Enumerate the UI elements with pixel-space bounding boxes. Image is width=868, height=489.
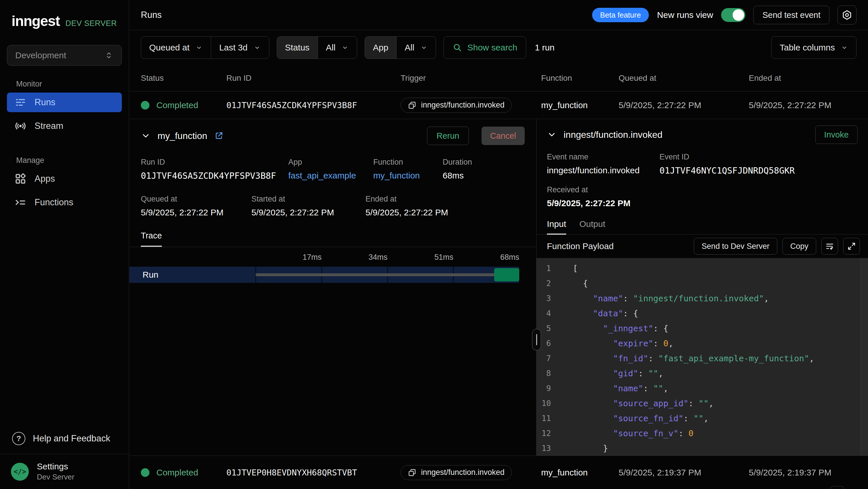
partial-button[interactable] [830, 486, 844, 489]
sidebar: inngest DEV SERVER Development Monitor R… [0, 0, 129, 489]
payload-code[interactable]: 1[2 {3 "name": "inngest/function.invoked… [536, 258, 868, 456]
event-detail-title: inngest/function.invoked [564, 130, 662, 140]
code-line: 6 "expire": 0, [536, 336, 868, 351]
run-id-label: Run ID [141, 158, 288, 167]
dev-server-settings-button[interactable] [837, 5, 857, 25]
app-filter-dropdown[interactable]: All [396, 37, 435, 59]
trace-queue-line [256, 273, 494, 276]
event-name-label: Event name [547, 152, 659, 162]
time-field-dropdown[interactable]: Queued at [141, 37, 211, 59]
function-link[interactable]: my_function [373, 171, 443, 180]
code-scrollbar-track[interactable] [861, 258, 868, 456]
ended-at-label: Ended at [366, 195, 525, 204]
settings-row[interactable]: </> Settings Dev Server [0, 454, 129, 489]
table-columns-dropdown[interactable]: Table columns [772, 37, 856, 59]
show-search-button[interactable]: Show search [443, 36, 526, 59]
function-cell: my_function [541, 100, 619, 110]
app-link[interactable]: fast_api_example [288, 171, 373, 180]
function-cell: my_function [541, 468, 619, 478]
cancel-button[interactable]: Cancel [482, 126, 525, 145]
code-line: 3 "name": "inngest/function.invoked", [536, 291, 868, 306]
code-line: 11 "source_fn_id": "", [536, 411, 868, 426]
trace-tick-label: 17ms [303, 253, 322, 262]
trace-tick-label: 51ms [434, 253, 453, 262]
ended-at-value: 5/9/2025, 2:27:22 PM [366, 208, 525, 218]
trace-run-row[interactable]: Run [129, 267, 519, 283]
code-line: 12 "source_fn_v": 0 [536, 426, 868, 441]
sidebar-item-apps[interactable]: Apps [7, 169, 122, 189]
status-dot [141, 101, 150, 110]
runs-icon [14, 96, 27, 108]
event-id-label: Event ID [659, 152, 858, 162]
sidebar-item-label: Apps [35, 174, 55, 184]
sidebar-section-manage: Manage [0, 156, 129, 165]
rerun-button[interactable]: Rerun [427, 126, 469, 145]
send-test-event-button[interactable]: Send test event [753, 6, 829, 24]
chevron-down-icon [420, 44, 428, 51]
collapse-chevron-icon[interactable] [141, 131, 151, 141]
main-content: Runs Beta feature New runs view Send tes… [129, 0, 868, 489]
received-at-label: Received at [547, 185, 858, 194]
show-search-label: Show search [467, 43, 517, 53]
code-line: 5 "_inngest": { [536, 321, 868, 336]
event-detail-panel: inngest/function.invoked Invoke Event na… [536, 119, 868, 456]
code-line: 4 "data": { [536, 306, 868, 321]
event-copies-icon [408, 101, 416, 110]
status-filter-dropdown[interactable]: All [318, 37, 357, 59]
copy-button[interactable]: Copy [782, 238, 816, 255]
toggle-knob [733, 9, 744, 21]
queued-at-label: Queued at [141, 195, 251, 204]
code-line: 9 "name": "", [536, 381, 868, 396]
ended-at-cell: 5/9/2025, 2:27:22 PM [749, 100, 868, 110]
table-row[interactable]: Completed 01JTVEP0H8EVDNYXH68QRSTVBT inn… [129, 456, 868, 489]
trace-timeline: 17ms34ms51ms68ms Run [129, 249, 536, 295]
collapse-chevron-icon[interactable] [547, 130, 557, 140]
filter-bar: Queued at Last 3d Status All App All [129, 30, 868, 65]
help-and-feedback[interactable]: ? Help and Feedback [0, 426, 129, 452]
expand-icon [847, 241, 856, 251]
trace-tick-label: 34ms [368, 253, 388, 262]
sidebar-item-functions[interactable]: Functions [7, 193, 122, 212]
chevron-down-icon [253, 44, 261, 51]
trace-tick-label: 68ms [500, 253, 519, 262]
external-link-icon[interactable] [214, 131, 223, 140]
send-to-dev-server-button[interactable]: Send to Dev Server [694, 238, 777, 255]
workspace-select[interactable]: Development [7, 45, 122, 66]
new-runs-view-toggle[interactable] [721, 8, 745, 22]
column-header-trigger: Trigger [401, 74, 541, 83]
tab-input[interactable]: Input [547, 219, 566, 235]
queued-at-value: 5/9/2025, 2:27:22 PM [141, 208, 251, 218]
tab-output[interactable]: Output [580, 219, 606, 234]
trace-exec-block [494, 268, 519, 281]
run-id-value: 01JTVF46SA5ZCDK4YPFSPV3B8F [141, 171, 288, 181]
time-range-dropdown[interactable]: Last 3d [211, 37, 269, 59]
app-filter: App All [365, 36, 436, 59]
page-title: Runs [141, 10, 161, 20]
panel-resize-handle[interactable] [532, 329, 541, 351]
duration-label: Duration [443, 158, 525, 167]
payload-title: Function Payload [547, 241, 614, 251]
word-wrap-button[interactable] [822, 238, 838, 255]
code-line: 7 "fn_id": "fast_api_example-my_function… [536, 351, 868, 366]
chevron-down-icon [341, 44, 349, 51]
column-header-function: Function [541, 74, 619, 83]
sidebar-item-runs[interactable]: Runs [7, 92, 122, 112]
sidebar-item-stream[interactable]: Stream [7, 116, 122, 136]
function-label: Function [373, 158, 443, 167]
help-icon: ? [12, 432, 25, 445]
table-columns-label: Table columns [780, 43, 835, 53]
brand: inngest DEV SERVER [0, 0, 129, 29]
column-header-ended-at: Ended at [749, 74, 868, 83]
trigger-pill[interactable]: inngest/function.invoked [401, 465, 512, 480]
invoke-button[interactable]: Invoke [815, 125, 858, 144]
trigger-name: inngest/function.invoked [421, 468, 504, 477]
settings-subtitle: Dev Server [37, 472, 74, 482]
column-header-run-id: Run ID [226, 74, 401, 83]
tab-trace[interactable]: Trace [141, 231, 162, 247]
expand-button[interactable] [843, 238, 860, 255]
settings-title: Settings [37, 462, 74, 471]
trigger-pill[interactable]: inngest/function.invoked [401, 98, 512, 113]
table-row[interactable]: Completed 01JTVF46SA5ZCDK4YPFSPV3B8F inn… [129, 91, 868, 119]
status-filter-value: All [326, 43, 336, 53]
event-name-value: inngest/function.invoked [547, 166, 659, 175]
